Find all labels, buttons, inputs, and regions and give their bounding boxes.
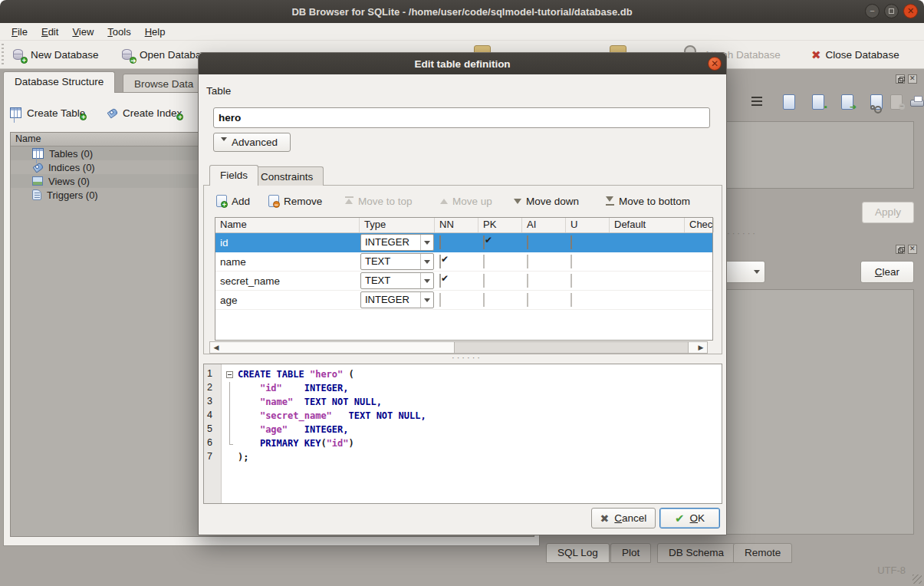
fold-marker[interactable] [225,368,235,382]
close-dock-icon[interactable] [908,245,917,254]
dialog-splitter-handle[interactable]: ······ [452,353,482,362]
scroll-right-icon[interactable]: ▶ [695,342,707,353]
close-window-icon[interactable]: ✕ [903,4,918,18]
close-database-button[interactable]: ✖ Close Database [807,43,904,67]
bottom-tab-db-schema[interactable]: DB Schema [657,543,735,563]
fold-marker [225,410,235,423]
u-checkbox[interactable] [571,235,572,249]
field-name: secret_name [215,275,360,287]
move-to-top-button[interactable]: Move to top [345,191,413,211]
menu-view[interactable]: View [65,25,100,39]
nn-checkbox[interactable] [439,274,441,288]
u-checkbox[interactable] [571,293,572,307]
type-select[interactable]: TEXT [360,272,434,289]
advanced-button[interactable]: Advanced [213,133,291,152]
create-table-button[interactable]: Create Table + [10,102,97,123]
tree-item-label: Triggers (0) [47,189,98,201]
type-select[interactable]: INTEGER [360,291,434,308]
close-dock-icon[interactable] [908,74,917,84]
cancel-button[interactable]: ✖ Cancel [591,508,656,528]
sql-line: 3 "name" TEXT NOT NULL, [204,396,722,410]
set-null-icon[interactable]: − [888,94,905,110]
field-row-secret_name[interactable]: secret_nameTEXT [215,272,712,291]
apply-cell-button[interactable]: Apply [862,202,914,223]
menu-file[interactable]: File [5,25,35,39]
fields-hscrollbar[interactable]: ◀ ▶ [209,341,708,354]
type-select[interactable]: TEXT [360,253,434,270]
menu-tools[interactable]: Tools [100,25,137,39]
column-header-ai[interactable]: AI [522,218,566,232]
column-header-u[interactable]: U [566,218,610,232]
minimize-icon[interactable]: − [865,4,880,18]
column-header-pk[interactable]: PK [478,218,522,232]
ai-checkbox[interactable] [527,274,528,288]
maximize-icon[interactable] [884,4,899,18]
bottom-tab-remote[interactable]: Remote [733,543,792,563]
tab-fields[interactable]: Fields [209,165,258,186]
u-checkbox[interactable] [571,255,572,268]
sql-code: "name" TEXT NOT NULL, [238,397,382,407]
bottom-tab-plot[interactable]: Plot [610,543,651,563]
table-name-input[interactable] [213,107,710,128]
scrollbar-thumb[interactable] [454,342,689,353]
ai-cell [522,255,566,268]
tree-item-label: Tables (0) [49,148,93,160]
u-checkbox[interactable] [571,274,572,288]
dialog-titlebar: Edit table definition ✕ [199,53,726,74]
word-wrap-icon[interactable] [750,94,767,110]
nn-checkbox[interactable] [439,255,441,268]
column-header-type[interactable]: Type [360,218,435,232]
fields-grid[interactable]: NameTypeNNPKAIUDefaultCheck idINTEGERnam… [215,217,713,341]
float-dock-icon[interactable] [896,74,905,84]
link-cell-icon[interactable] [868,94,885,110]
move-up-button[interactable]: Move up [440,191,492,211]
print-cell-icon[interactable] [909,94,924,110]
field-row-age[interactable]: ageINTEGER [215,291,712,310]
resize-grip[interactable] [912,574,922,584]
new-database-button[interactable]: + New Database [8,43,104,67]
trigger-icon [32,189,41,200]
sql-code: "age" INTEGER, [238,424,349,435]
create-index-button[interactable]: Create Index + [107,102,194,123]
import-cell-icon[interactable] [781,94,797,110]
menu-edit[interactable]: Edit [35,25,65,39]
add-field-button[interactable]: + Add [216,191,250,211]
sql-code: "id" INTEGER, [238,383,349,393]
float-dock-icon[interactable] [896,245,905,254]
column-header-nn[interactable]: NN [435,218,478,232]
clear-log-button[interactable]: Clear [860,261,914,283]
fold-collapse-icon[interactable] [226,371,233,378]
column-header-check[interactable]: Check [685,218,714,232]
remove-field-button[interactable]: − Remove [268,191,322,211]
menu-help[interactable]: Help [138,25,173,39]
field-row-id[interactable]: idINTEGER [215,233,712,252]
save-cell-icon[interactable]: ▪ [810,94,827,110]
move-down-button[interactable]: Move down [514,191,579,211]
app-window: DB Browser for SQLite - /home/user/code/… [0,0,924,586]
encoding-status: UTF-8 [877,565,906,576]
field-row-name[interactable]: nameTEXT [215,252,712,272]
pk-checkbox[interactable] [483,274,485,288]
ai-checkbox[interactable] [527,235,528,249]
ok-button[interactable]: ✔ OK [659,508,720,528]
export-cell-icon[interactable]: ➜ [839,94,856,110]
nn-checkbox[interactable] [439,293,441,307]
pk-checkbox[interactable] [483,235,485,249]
pk-checkbox[interactable] [483,293,485,307]
dialog-close-icon[interactable]: ✕ [708,57,722,71]
dock-splitter-handle[interactable]: ······ [727,229,758,238]
bottom-tab-sql-log[interactable]: SQL Log [546,543,610,563]
nn-checkbox[interactable] [439,235,441,249]
column-header-name[interactable]: Name [215,218,360,232]
scroll-left-icon[interactable]: ◀ [210,342,222,353]
column-header-default[interactable]: Default [610,218,685,232]
tab-database-structure[interactable]: Database Structure [3,71,115,93]
ai-checkbox[interactable] [527,255,528,268]
type-select[interactable]: INTEGER [360,234,434,251]
pk-checkbox[interactable] [483,255,485,268]
tab-browse-data[interactable]: Browse Data [123,74,205,93]
toolbar-drag-handle[interactable] [2,44,4,66]
tab-constraints[interactable]: Constraints [250,166,324,186]
move-to-bottom-button[interactable]: Move to bottom [606,191,690,211]
ai-checkbox[interactable] [527,293,528,307]
